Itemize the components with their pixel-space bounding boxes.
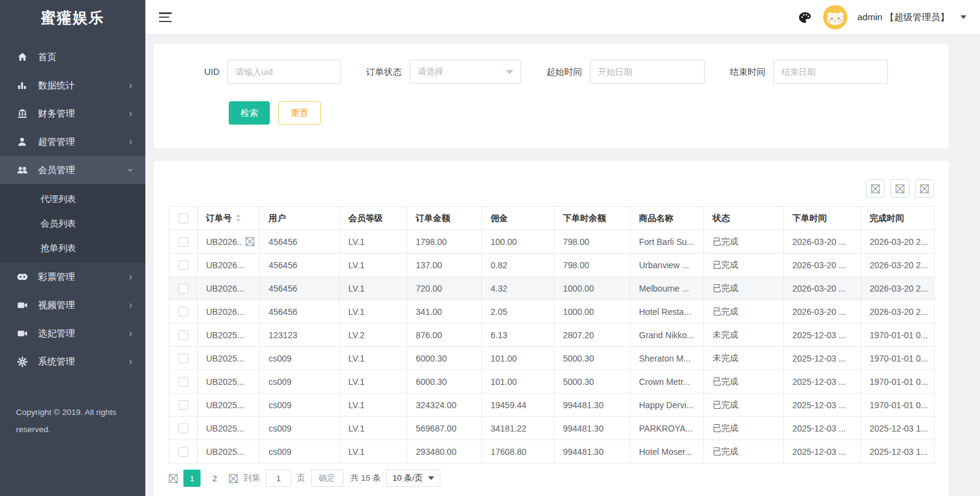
table-cell: 5000.30 [554, 347, 630, 370]
table-cell: 456456 [260, 230, 340, 254]
table-cell: 19459.44 [482, 393, 554, 417]
row-checkbox[interactable] [178, 284, 188, 293]
next-page-icon[interactable] [229, 474, 238, 483]
sidebar-item[interactable]: 财务管理› [0, 99, 145, 128]
select-all-checkbox[interactable] [178, 214, 188, 223]
start-date-input[interactable] [590, 60, 705, 84]
column-header: 商品名称 [630, 207, 704, 230]
table-cell: 6000.30 [407, 370, 482, 393]
order-status-placeholder: 请选择 [418, 66, 443, 77]
sidebar-item[interactable]: 首页 [0, 43, 145, 71]
order-number: UB2025... [206, 330, 244, 340]
row-checkbox[interactable] [178, 330, 188, 340]
sidebar: 蜜獾娱乐 首页数据统计›财务管理›超管管理›会员管理›代理列表会员列表抢单列表彩… [0, 0, 145, 496]
table-cell: 2025-12-03 ... [784, 417, 861, 440]
copyright-text: Copyright © 2019. All rights reserved. [0, 404, 145, 439]
per-page-select[interactable]: 10 条/页 [386, 470, 440, 487]
page-unit-label: 页 [297, 473, 305, 484]
sidebar-item-label: 视频管理 [38, 300, 127, 311]
table-cell: cs009 [260, 417, 340, 440]
row-checkbox[interactable] [178, 307, 188, 317]
row-checkbox[interactable] [178, 354, 188, 363]
uid-input[interactable] [228, 60, 341, 84]
pagination: 12 到第 页 确定 共 15 条 10 条/页 [169, 470, 934, 487]
table-cell: 4.32 [482, 277, 554, 300]
table-cell: 569687.00 [407, 417, 482, 440]
order-number: UB2025... [206, 354, 244, 363]
table-cell: 6000.30 [407, 347, 482, 370]
home-icon [16, 52, 28, 63]
table-cell: Crown Metr... [630, 370, 704, 393]
user-icon [16, 136, 28, 147]
table-cell: 456456 [260, 277, 340, 300]
order-number-cell: UB2026... [197, 277, 260, 300]
end-date-input[interactable] [773, 60, 888, 84]
sidebar-item[interactable]: 超管管理› [0, 128, 145, 156]
table-cell: 2026-03-20 2... [861, 230, 935, 254]
sidebar-item[interactable]: 彩票管理› [0, 263, 145, 291]
order-number: UB2026... [206, 307, 244, 317]
order-status-select[interactable]: 请选择 [410, 60, 521, 84]
row-checkbox[interactable] [178, 377, 188, 387]
table-cell: 17608.80 [482, 440, 554, 463]
search-button[interactable]: 检索 [229, 101, 270, 125]
table-header-row: 订单号用户会员等级订单金额佣金下单时余额商品名称状态下单时间完成时间 [169, 207, 935, 230]
sidebar-item[interactable]: 数据统计› [0, 71, 145, 99]
users-icon [16, 165, 28, 176]
table-tool-button-3[interactable] [915, 179, 934, 198]
table-cell: 已完成 [704, 417, 784, 440]
order-number: UB2026.. [206, 237, 242, 247]
chevron-down-icon: › [126, 166, 136, 174]
order-number-cell: UB2025... [197, 370, 260, 393]
reset-button[interactable]: 重置 [278, 101, 321, 125]
goto-page-input[interactable] [266, 470, 291, 487]
order-number: UB2025... [206, 377, 244, 387]
sidebar-item[interactable]: 系统管理› [0, 347, 145, 376]
order-number: UB2026... [206, 284, 244, 293]
table-tool-button-2[interactable] [890, 179, 909, 198]
sidebar-subitem[interactable]: 代理列表 [0, 187, 145, 211]
row-checkbox[interactable] [178, 260, 188, 270]
order-number-cell: UB2025... [197, 347, 260, 370]
table-cell: 798.00 [554, 254, 630, 277]
sidebar-subitem[interactable]: 抢单列表 [0, 236, 145, 260]
page-number-active[interactable]: 1 [183, 470, 201, 487]
sort-icon[interactable] [235, 214, 241, 224]
table-cell: 2026-03-20 ... [784, 300, 861, 324]
table-tool-button-1[interactable] [866, 179, 885, 198]
table-toolbar [169, 179, 934, 198]
hamburger-menu-icon[interactable] [159, 12, 172, 22]
broken-icon[interactable] [245, 237, 255, 246]
column-header[interactable]: 订单号 [197, 207, 260, 230]
table-cell: 994481.30 [554, 440, 630, 463]
topbar: admin 【超级管理员】 [145, 0, 980, 34]
row-checkbox[interactable] [178, 447, 188, 457]
order-number-cell: UB2026... [197, 300, 260, 324]
table-cell: 已完成 [704, 440, 784, 463]
table-cell: 101.00 [482, 347, 554, 370]
table-cell: 未完成 [704, 324, 784, 347]
user-avatar[interactable] [823, 5, 848, 29]
sidebar-item[interactable]: 选妃管理› [0, 319, 145, 347]
order-number: UB2025... [206, 400, 244, 410]
sidebar-item[interactable]: 视频管理› [0, 291, 145, 319]
row-checkbox[interactable] [178, 237, 188, 247]
column-header: 完成时间 [861, 207, 935, 230]
table-cell: PARKROYA... [630, 417, 704, 440]
row-checkbox[interactable] [178, 400, 188, 410]
broken-icon [895, 184, 905, 193]
prev-page-icon[interactable] [169, 474, 178, 483]
page-number[interactable]: 2 [206, 470, 223, 487]
admin-account-label[interactable]: admin 【超级管理员】 [857, 12, 949, 23]
row-checkbox[interactable] [178, 424, 188, 433]
table-cell: LV.1 [340, 440, 407, 463]
sidebar-item[interactable]: 会员管理› [0, 156, 145, 184]
account-dropdown-caret-icon[interactable] [960, 15, 967, 19]
sidebar-item-label: 超管管理 [38, 136, 127, 148]
theme-palette-icon[interactable] [797, 9, 813, 25]
goto-confirm-button[interactable]: 确定 [311, 470, 343, 487]
table-cell: cs009 [260, 370, 340, 393]
table-cell: 293480.00 [407, 440, 482, 463]
sidebar-subitem[interactable]: 会员列表 [0, 211, 145, 236]
column-header: 订单金额 [407, 207, 482, 230]
